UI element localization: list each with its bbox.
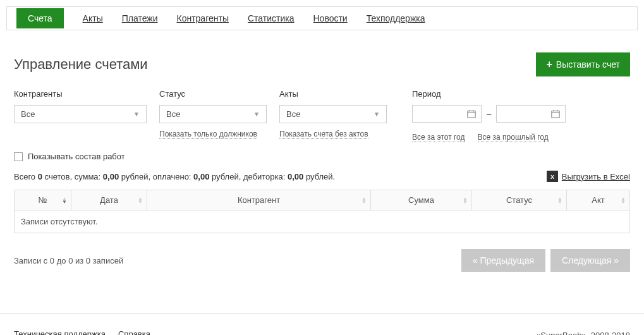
chevron-down-icon: ▼ [374,111,380,118]
footer-help-link[interactable]: Справка [118,329,150,335]
svg-text:X: X [550,174,554,180]
export-excel-link[interactable]: X Выгрузить в Excel [547,171,630,182]
period-dash: – [487,109,491,119]
filter-period-label: Период [412,89,566,99]
page-title: Управление счетами [14,56,148,73]
svg-rect-0 [468,111,475,118]
footer: Техническая поддержка Справка «SuperBooh… [0,313,644,335]
footer-support-link[interactable]: Техническая поддержка [14,329,106,335]
summary-text: Всего 0 счетов, сумма: 0,00 рублей, опла… [14,172,335,181]
filter-acts-select[interactable]: Все ▼ [279,105,387,123]
chevron-down-icon: ▼ [133,111,140,118]
period-this-year-link[interactable]: Все за этот год [412,133,465,142]
footer-brand: «SuperBooh», 2008-2018 [536,329,630,335]
col-status[interactable]: Статус▲▼ [472,190,567,210]
col-act[interactable]: Акт▲▼ [567,190,630,210]
filter-status-value: Все [166,109,180,119]
plus-icon: + [546,59,552,70]
chevron-down-icon: ▼ [253,111,260,118]
nav-tab-acts[interactable]: Акты [83,13,103,23]
show-no-acts-link[interactable]: Показать счета без актов [279,130,368,139]
nav-tab-stats[interactable]: Статистика [248,13,295,23]
prev-page-button[interactable]: « Предыдущая [461,249,545,272]
calendar-icon [467,109,476,118]
show-works-label: Показывать состав работ [28,152,125,161]
period-last-year-link[interactable]: Все за прошлый год [478,133,549,142]
show-debtors-link[interactable]: Показать только должников [159,130,257,139]
table-row-empty: Записи отсутствуют. [15,210,630,233]
filter-status-label: Статус [159,89,267,99]
nav-tab-invoices[interactable]: Счета [16,8,64,28]
col-contragent[interactable]: Контрагент▲▼ [147,190,371,210]
invoices-table: №▲▼ Дата▲▼ Контрагент▲▼ Сумма▲▼ Статус▲▼… [14,190,630,233]
excel-icon: X [547,171,558,182]
col-number[interactable]: №▲▼ [15,190,71,210]
svg-rect-4 [552,111,559,118]
period-to-input[interactable] [496,105,566,123]
next-page-button[interactable]: Следующая » [550,249,630,272]
filter-contragents-value: Все [21,109,35,119]
nav-tab-contragents[interactable]: Контрагенты [177,13,229,23]
export-excel-label: Выгрузить в Excel [562,172,630,181]
pagination-info: Записи с 0 до 0 из 0 записей [14,256,123,265]
create-invoice-button[interactable]: + Выставить счет [536,52,630,76]
filter-acts-label: Акты [279,89,387,99]
nav-tab-news[interactable]: Новости [313,13,347,23]
filter-contragents-label: Контрагенты [14,89,147,99]
empty-message: Записи отсутствуют. [15,210,630,233]
filter-status-select[interactable]: Все ▼ [159,105,267,123]
nav-tab-support[interactable]: Техподдержка [367,13,425,23]
filter-acts-value: Все [286,109,300,119]
show-works-checkbox[interactable] [14,152,23,161]
create-invoice-label: Выставить счет [556,59,620,70]
main-nav: Счета Акты Платежи Контрагенты Статистик… [6,6,638,30]
col-sum[interactable]: Сумма▲▼ [371,190,472,210]
col-date[interactable]: Дата▲▼ [71,190,147,210]
filter-contragents-select[interactable]: Все ▼ [14,105,147,123]
calendar-icon [551,109,560,118]
period-from-input[interactable] [412,105,482,123]
nav-tab-payments[interactable]: Платежи [122,13,158,23]
